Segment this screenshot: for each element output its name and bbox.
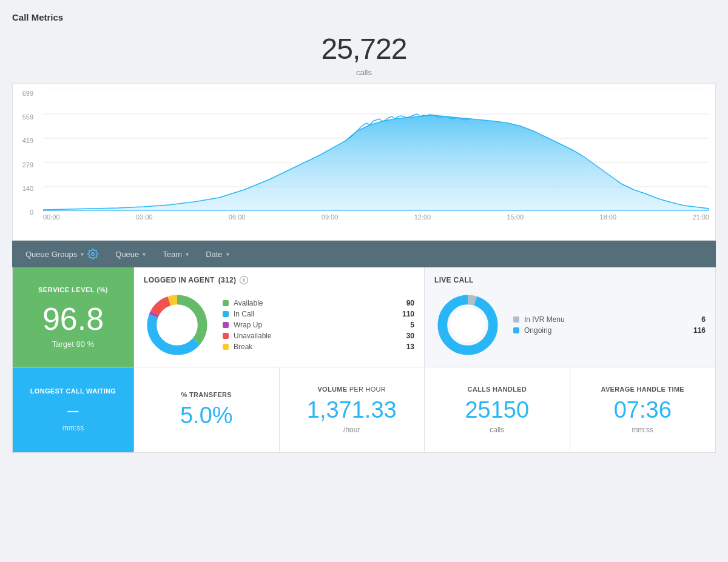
queue-filter[interactable]: Queue ▾ <box>109 246 152 263</box>
date-chevron: ▾ <box>226 251 229 258</box>
legend-color-dot <box>513 316 519 323</box>
legend-label-text: In Call <box>234 310 393 318</box>
calls-handled-header: CALLS HANDLED <box>468 386 527 393</box>
legend-value-text: 6 <box>689 315 706 324</box>
legend-label-text: Available <box>234 299 393 307</box>
queue-groups-label: Queue Groups <box>25 250 77 259</box>
volume-cell: VOLUME per HOUR 1,371.33 /hour <box>280 367 425 452</box>
queue-groups-chevron: ▾ <box>81 251 84 258</box>
logged-in-agent-info-icon[interactable]: i <box>240 276 248 284</box>
volume-per-text: per HOUR <box>349 386 386 393</box>
legend-label-text: Break <box>234 343 393 351</box>
legend-value-text: 13 <box>397 343 414 351</box>
legend-item: Unavailable30 <box>223 332 414 340</box>
live-call-donut-svg <box>434 292 501 358</box>
agent-donut-svg <box>144 292 211 358</box>
legend-item: Break13 <box>223 343 414 351</box>
legend-value-text: 116 <box>689 326 706 335</box>
agent-content: Available90In Call110Wrap Up5Unavailable… <box>144 292 414 358</box>
volume-value: 1,371.33 <box>307 398 397 423</box>
legend-label-text: In IVR Menu <box>524 315 684 324</box>
legend-item: In Call110 <box>223 310 414 318</box>
calls-handled-cell: CALLS HANDLED 25150 calls <box>425 367 570 452</box>
queue-groups-filter[interactable]: Queue Groups ▾ <box>19 245 104 263</box>
chart-x-label: 00:00 <box>43 213 60 229</box>
legend-color-dot <box>223 322 229 328</box>
chart-y-label: 699 <box>22 90 33 97</box>
legend-value-text: 30 <box>397 332 414 340</box>
logged-in-agent-header: LOGGED IN AGENT (312) i <box>144 276 414 284</box>
transfers-value: 5.0% <box>180 403 233 429</box>
legend-color-dot <box>223 333 229 339</box>
calls-handled-value: 25150 <box>465 398 529 423</box>
service-level-header: SERVICE LEVEL (%) <box>38 286 108 293</box>
service-level-cell: SERVICE LEVEL (%) 96.8 Target 80 % <box>13 267 134 367</box>
team-filter[interactable]: Team ▾ <box>157 246 195 263</box>
service-level-target: Target 80 % <box>52 340 94 349</box>
longest-call-cell: LONGEST CALL WAITING – mm:ss <box>13 367 134 452</box>
chart-y-axis: 6995594192791400 <box>13 90 37 216</box>
chart-x-label: 15:00 <box>507 213 524 229</box>
legend-color-dot <box>513 327 519 333</box>
longest-call-value: – <box>68 400 79 421</box>
logged-in-agent-cell: LOGGED IN AGENT (312) i Available90In Ca… <box>134 267 425 367</box>
volume-header-text: VOLUME <box>317 386 347 393</box>
chart-y-label: 559 <box>22 113 33 121</box>
chart-area <box>43 90 709 211</box>
svg-point-6 <box>92 253 95 256</box>
legend-color-dot <box>223 344 229 350</box>
legend-value-text: 110 <box>397 310 414 318</box>
total-calls-label: calls <box>12 68 716 77</box>
legend-value-text: 5 <box>397 321 414 329</box>
donut-center <box>160 307 195 343</box>
logged-in-agent-title: LOGGED IN AGENT <box>144 276 215 284</box>
chart-y-label: 419 <box>22 137 33 144</box>
total-calls-section: 25,722 calls <box>12 32 716 77</box>
chart-x-label: 12:00 <box>414 213 431 229</box>
legend-value-text: 90 <box>397 299 414 307</box>
transfers-header: % TRANSFERS <box>181 391 232 398</box>
chart-y-label: 0 <box>30 209 33 216</box>
longest-call-unit: mm:ss <box>62 424 84 432</box>
chart-y-label: 140 <box>22 185 33 192</box>
legend-item: Wrap Up5 <box>223 321 414 329</box>
date-filter[interactable]: Date ▾ <box>200 246 235 263</box>
legend-color-dot <box>223 311 229 317</box>
avg-handle-time-cell: AVERAGE HANDLE TIME 07:36 mm:ss <box>570 367 716 452</box>
bottom-metrics-row: LONGEST CALL WAITING – mm:ss % TRANSFERS… <box>13 367 715 452</box>
page-title: Call Metrics <box>12 12 716 22</box>
filter-bar: Queue Groups ▾ Queue ▾ Team ▾ Date ▾ <box>12 241 716 267</box>
longest-call-header: LONGEST CALL WAITING <box>30 387 116 395</box>
chart-x-label: 21:00 <box>692 213 709 229</box>
queue-label: Queue <box>115 250 139 259</box>
queue-chevron: ▾ <box>143 251 146 258</box>
service-level-value: 96.8 <box>42 303 104 335</box>
live-call-legend: In IVR Menu6Ongoing116 <box>513 315 706 335</box>
avg-handle-time-header: AVERAGE HANDLE TIME <box>601 386 684 393</box>
avg-handle-time-unit: mm:ss <box>632 426 653 434</box>
legend-color-dot <box>223 300 229 306</box>
total-calls-number: 25,722 <box>12 32 716 65</box>
chart-x-label: 03:00 <box>136 213 153 229</box>
legend-label-text: Unavailable <box>234 332 393 340</box>
chart-x-label: 06:00 <box>229 213 246 229</box>
legend-label-text: Ongoing <box>524 326 684 335</box>
volume-unit: /hour <box>343 426 360 434</box>
calls-handled-unit: calls <box>490 426 504 434</box>
team-label: Team <box>163 250 182 259</box>
volume-header: VOLUME per HOUR <box>317 386 386 393</box>
chart-y-label: 279 <box>22 161 33 169</box>
legend-label-text: Wrap Up <box>234 321 393 329</box>
time-series-chart: 6995594192791400 00:0003:0006:0009:0012:… <box>12 83 716 241</box>
transfers-cell: % TRANSFERS 5.0% <box>134 367 280 452</box>
gear-icon[interactable] <box>87 249 98 259</box>
agent-donut-chart <box>144 292 211 358</box>
donut-center <box>450 307 485 343</box>
logged-in-agent-count: (312) <box>218 276 237 284</box>
date-label: Date <box>206 250 222 259</box>
live-call-content: In IVR Menu6Ongoing116 <box>434 292 706 358</box>
agent-legend: Available90In Call110Wrap Up5Unavailable… <box>223 299 414 351</box>
legend-item: In IVR Menu6 <box>513 315 706 324</box>
chart-x-axis: 00:0003:0006:0009:0012:0015:0018:0021:00 <box>43 211 709 229</box>
legend-item: Ongoing116 <box>513 326 706 335</box>
